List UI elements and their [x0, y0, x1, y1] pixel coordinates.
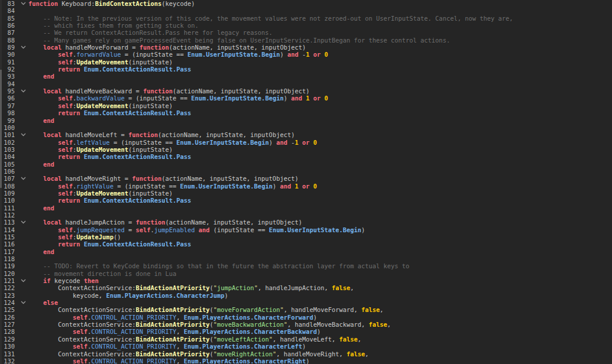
code-line[interactable]: 83function Keyboard:BindContextActions(k…	[0, 0, 612, 7]
code-line[interactable]: 127ContextActionService:BindActionAtPrio…	[0, 321, 612, 328]
fold-chevron-icon[interactable]	[18, 277, 28, 284]
code-line[interactable]: 84	[0, 7, 612, 14]
line-number[interactable]: 89	[0, 44, 18, 51]
fold-chevron-icon[interactable]	[18, 87, 28, 95]
code-line[interactable]: 97self:UpdateMovement(inputState)	[0, 102, 612, 109]
code-line[interactable]: 125ContextActionService:BindActionAtPrio…	[0, 306, 612, 313]
code-line[interactable]: 123keycode, Enum.PlayerActions.Character…	[0, 292, 612, 299]
code-line[interactable]: 90self.forwardValue = (inputState == Enu…	[0, 51, 612, 58]
line-number[interactable]: 100	[0, 124, 18, 131]
code-line[interactable]: 119-- TODO: Revert to KeyCode bindings s…	[0, 262, 612, 269]
line-number[interactable]: 116	[0, 240, 18, 248]
code-line[interactable]: 110return Enum.ContextActionResult.Pass	[0, 197, 612, 204]
code-line[interactable]: 104return Enum.ContextActionResult.Pass	[0, 153, 612, 160]
left-scrollbar-thumb[interactable]	[0, 70, 2, 188]
code-line[interactable]: 111end	[0, 204, 612, 212]
code-line[interactable]: 116return Enum.ContextActionResult.Pass	[0, 240, 612, 248]
line-number[interactable]: 97	[0, 102, 18, 109]
code-line[interactable]: 122ContextActionService:BindActionAtPrio…	[0, 284, 612, 291]
line-number[interactable]: 103	[0, 146, 18, 153]
code-line[interactable]: 105end	[0, 161, 612, 168]
line-number[interactable]: 99	[0, 117, 18, 124]
fold-chevron-icon[interactable]	[18, 175, 28, 182]
line-number[interactable]: 108	[0, 183, 18, 190]
line-number[interactable]: 121	[0, 277, 18, 284]
code-line[interactable]: 92return Enum.ContextActionResult.Pass	[0, 66, 612, 73]
line-number[interactable]: 129	[0, 336, 18, 343]
code-line[interactable]: 99end	[0, 117, 612, 124]
code-line[interactable]: 107local handleMoveRight = function(acti…	[0, 175, 612, 182]
code-line[interactable]: 113local handleJumpAction = function(act…	[0, 219, 612, 226]
line-number[interactable]: 87	[0, 29, 18, 36]
line-number[interactable]: 85	[0, 15, 18, 22]
code-line[interactable]: 103self:UpdateMovement(inputState)	[0, 146, 612, 153]
code-line[interactable]: 120-- movement direction is done in Lua	[0, 270, 612, 277]
line-number[interactable]: 125	[0, 306, 18, 313]
line-number[interactable]: 101	[0, 131, 18, 138]
line-number[interactable]: 95	[0, 87, 18, 95]
line-number[interactable]: 92	[0, 66, 18, 73]
code-line[interactable]: 132self.CONTROL_ACTION_PRIORITY, Enum.Pl…	[0, 358, 612, 364]
code-line[interactable]: 131ContextActionService:BindActionAtPrio…	[0, 350, 612, 358]
line-number[interactable]: 118	[0, 255, 18, 262]
code-line[interactable]: 95local handleMoveBackward = function(ac…	[0, 87, 612, 95]
code-line[interactable]: 89local handleMoveForward = function(act…	[0, 44, 612, 51]
code-line[interactable]: 121if keycode then	[0, 277, 612, 284]
line-number[interactable]: 128	[0, 328, 18, 335]
line-number[interactable]: 123	[0, 292, 18, 299]
code-line[interactable]: 86-- which fixes them from getting stuck…	[0, 22, 612, 29]
code-line[interactable]: 96self.backwardValue = (inputState == En…	[0, 95, 612, 102]
line-number[interactable]: 111	[0, 204, 18, 212]
line-number[interactable]: 114	[0, 226, 18, 233]
line-number[interactable]: 96	[0, 95, 18, 102]
code-line[interactable]: 98return Enum.ContextActionResult.Pass	[0, 109, 612, 116]
line-number[interactable]: 113	[0, 219, 18, 226]
line-number[interactable]: 90	[0, 51, 18, 58]
line-number[interactable]: 88	[0, 37, 18, 44]
line-number[interactable]: 98	[0, 109, 18, 116]
line-number[interactable]: 93	[0, 73, 18, 80]
code-line[interactable]: 94	[0, 80, 612, 87]
code-line[interactable]: 109self:UpdateMovement(inputState)	[0, 190, 612, 197]
code-line[interactable]: 87-- We return ContextActionResult.Pass …	[0, 29, 612, 36]
code-line[interactable]: 108self.rightValue = (inputState == Enum…	[0, 183, 612, 190]
fold-chevron-icon[interactable]	[18, 44, 28, 51]
fold-chevron-icon[interactable]	[18, 299, 28, 306]
line-number[interactable]: 94	[0, 80, 18, 87]
line-number[interactable]: 91	[0, 58, 18, 66]
code-line[interactable]: 91self:UpdateMovement(inputState)	[0, 58, 612, 66]
fold-chevron-icon[interactable]	[18, 0, 28, 7]
line-number[interactable]: 117	[0, 248, 18, 255]
left-scrollbar-track[interactable]	[0, 0, 2, 364]
line-number[interactable]: 120	[0, 270, 18, 277]
code-line[interactable]: 128self.CONTROL_ACTION_PRIORITY, Enum.Pl…	[0, 328, 612, 335]
code-line[interactable]: 106	[0, 168, 612, 175]
code-line[interactable]: 117end	[0, 248, 612, 255]
code-line[interactable]: 100	[0, 124, 612, 131]
line-number[interactable]: 132	[0, 358, 18, 364]
code-line[interactable]: 85-- Note: In the previous version of th…	[0, 15, 612, 22]
code-line[interactable]: 129ContextActionService:BindActionAtPrio…	[0, 336, 612, 343]
line-number[interactable]: 130	[0, 343, 18, 350]
fold-chevron-icon[interactable]	[18, 219, 28, 226]
line-number[interactable]: 122	[0, 284, 18, 291]
code-line[interactable]: 112	[0, 212, 612, 219]
code-area[interactable]: 83function Keyboard:BindContextActions(k…	[0, 0, 612, 364]
line-number[interactable]: 112	[0, 212, 18, 219]
line-number[interactable]: 107	[0, 175, 18, 182]
line-number[interactable]: 110	[0, 197, 18, 204]
line-number[interactable]: 109	[0, 190, 18, 197]
code-line[interactable]: 93end	[0, 73, 612, 80]
fold-chevron-icon[interactable]	[18, 131, 28, 138]
line-number[interactable]: 106	[0, 168, 18, 175]
line-number[interactable]: 104	[0, 153, 18, 160]
code-line[interactable]: 88-- Many games rely on gameProcessedEve…	[0, 37, 612, 44]
line-number[interactable]: 83	[0, 0, 18, 7]
line-number[interactable]: 115	[0, 233, 18, 240]
code-line[interactable]: 101local handleMoveLeft = function(actio…	[0, 131, 612, 138]
line-number[interactable]: 124	[0, 299, 18, 306]
line-number[interactable]: 84	[0, 7, 18, 14]
line-number[interactable]: 119	[0, 262, 18, 269]
line-number[interactable]: 86	[0, 22, 18, 29]
code-line[interactable]: 114self.jumpRequested = self.jumpEnabled…	[0, 226, 612, 233]
